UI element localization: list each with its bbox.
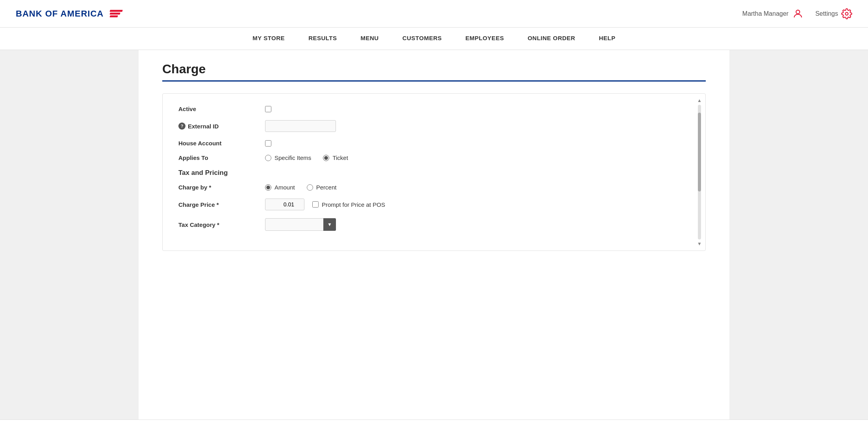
applies-to-control: Specific Items Ticket xyxy=(265,154,348,161)
nav-item-menu[interactable]: MENU xyxy=(361,28,379,50)
applies-to-ticket-radio[interactable] xyxy=(323,155,329,161)
nav-item-employees[interactable]: EMPLOYEES xyxy=(466,28,504,50)
active-checkbox[interactable] xyxy=(265,106,271,112)
external-id-label: ? External ID xyxy=(178,122,265,130)
applies-to-label: Applies To xyxy=(178,154,265,161)
external-id-control xyxy=(265,120,336,132)
charge-price-input[interactable] xyxy=(265,199,304,210)
user-info[interactable]: Martha Manager xyxy=(742,8,803,19)
scroll-down-arrow[interactable]: ▼ xyxy=(697,241,702,247)
tax-category-control: ▼ xyxy=(265,218,336,231)
logo: BANK OF AMERICA xyxy=(16,9,122,19)
charge-price-label: Charge Price * xyxy=(178,201,265,208)
scrollbar[interactable]: ▲ ▼ xyxy=(697,98,702,247)
active-control xyxy=(265,106,271,112)
tax-category-row: Tax Category * ▼ xyxy=(178,218,690,231)
applies-to-ticket[interactable]: Ticket xyxy=(323,154,348,161)
tax-category-label: Tax Category * xyxy=(178,221,265,228)
logo-text: BANK OF AMERICA xyxy=(16,9,104,19)
prompt-pos-checkbox[interactable] xyxy=(312,201,319,208)
active-label: Active xyxy=(178,106,265,112)
charge-price-control: Prompt for Price at POS xyxy=(265,199,385,210)
flag-stripe-2 xyxy=(110,13,121,15)
applies-to-specific-items[interactable]: Specific Items xyxy=(265,154,311,161)
scroll-thumb xyxy=(698,113,701,191)
tax-category-select-wrapper: ▼ xyxy=(265,218,336,231)
charge-by-amount[interactable]: Amount xyxy=(265,184,295,191)
scroll-track-bg xyxy=(698,105,701,239)
gear-icon xyxy=(841,8,852,19)
charge-by-amount-radio[interactable] xyxy=(265,184,271,191)
nav-item-customers[interactable]: CUSTOMERS xyxy=(402,28,442,50)
house-account-control xyxy=(265,140,271,147)
title-divider xyxy=(162,80,706,82)
user-name: Martha Manager xyxy=(742,10,788,17)
house-account-label: House Account xyxy=(178,140,265,147)
footer-buttons: Save Changes Cancel xyxy=(0,419,868,425)
tax-category-select[interactable] xyxy=(265,218,336,231)
applies-to-specific-radio[interactable] xyxy=(265,155,271,161)
main-nav: MY STORE RESULTS MENU CUSTOMERS EMPLOYEE… xyxy=(0,28,868,50)
flag-stripe-1 xyxy=(110,10,123,12)
nav-item-help[interactable]: HELP xyxy=(599,28,616,50)
header-right: Martha Manager Settings xyxy=(742,8,852,19)
user-icon xyxy=(792,8,803,19)
page-content: Charge ▲ ▼ Active xyxy=(139,50,729,420)
charge-by-row: Charge by * Amount Percent xyxy=(178,184,690,191)
house-account-row: House Account xyxy=(178,140,690,147)
logo-flag xyxy=(110,10,122,17)
help-icon[interactable]: ? xyxy=(178,122,185,130)
page-title: Charge xyxy=(162,62,706,76)
svg-point-0 xyxy=(796,10,800,13)
nav-item-my-store[interactable]: MY STORE xyxy=(252,28,285,50)
scroll-up-arrow[interactable]: ▲ xyxy=(697,98,702,103)
tax-pricing-section-title: Tax and Pricing xyxy=(178,169,690,177)
flag-stripe-3 xyxy=(110,15,118,17)
external-id-row: ? External ID xyxy=(178,120,690,132)
settings-label: Settings xyxy=(815,10,838,17)
prompt-pos-area: Prompt for Price at POS xyxy=(312,201,385,208)
house-account-checkbox[interactable] xyxy=(265,140,271,147)
external-id-input[interactable] xyxy=(265,120,336,132)
svg-point-1 xyxy=(846,12,848,15)
charge-by-label: Charge by * xyxy=(178,184,265,191)
nav-item-online-order[interactable]: ONLINE ORDER xyxy=(528,28,575,50)
charge-by-percent-radio[interactable] xyxy=(307,184,313,191)
applies-to-row: Applies To Specific Items Ticket xyxy=(178,154,690,161)
active-row: Active xyxy=(178,106,690,112)
charge-by-percent[interactable]: Percent xyxy=(307,184,337,191)
form-container: ▲ ▼ Active ? External ID xyxy=(162,93,706,251)
settings-area[interactable]: Settings xyxy=(815,8,852,19)
charge-by-control: Amount Percent xyxy=(265,184,336,191)
nav-item-results[interactable]: RESULTS xyxy=(308,28,337,50)
charge-price-row: Charge Price * Prompt for Price at POS xyxy=(178,199,690,210)
